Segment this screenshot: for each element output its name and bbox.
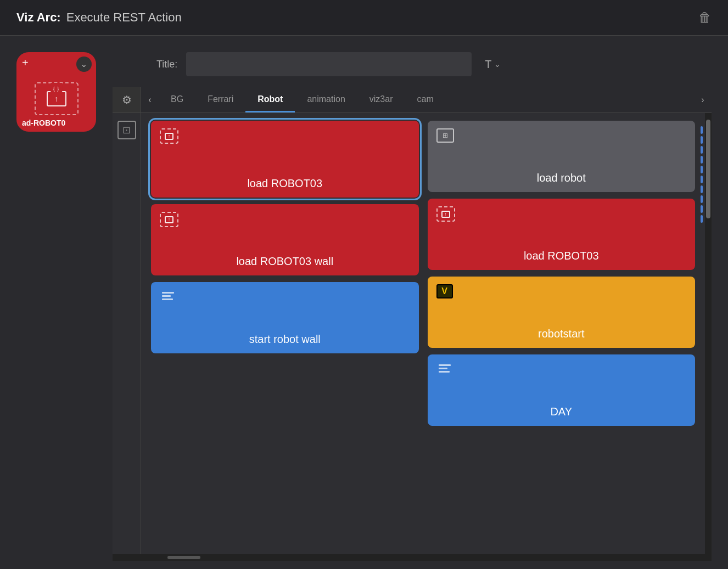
tile-label: start robot wall (160, 331, 410, 346)
v-badge-icon: V (436, 284, 453, 298)
app-icon[interactable]: + ⌄ ↑ { } ad-ROBOT0 (16, 52, 96, 132)
tiles-left-column: ↑ load ROBOT03 ↑ (147, 121, 423, 547)
expand-icon: ⊡ (122, 124, 131, 136)
app-icon-label: ad-ROBOT0 (22, 119, 65, 127)
app-header-title: Execute REST Action (66, 10, 182, 25)
tab-list: BG Ferrari Robot animation viz3ar cam (159, 88, 694, 112)
tab-nav-right[interactable]: › (694, 87, 712, 112)
tab-ferrari[interactable]: Ferrari (195, 88, 245, 112)
tiles-right-column: ⊞ load robot ↑ (423, 121, 700, 547)
tiles-grid: ↑ load ROBOT03 ↑ (141, 113, 705, 554)
tab-viz3ar[interactable]: viz3ar (357, 88, 405, 112)
tab-animation[interactable]: animation (295, 88, 357, 112)
tile-list-icon (160, 290, 180, 306)
app-brand: Viz Arc: (16, 10, 61, 25)
tile-robotstart[interactable]: V robotstart (428, 277, 696, 348)
tile-label: load robot (436, 170, 687, 184)
right-panel: Title: T ⌄ ⚙ ‹ BG Ferrari Robot animatio… (113, 52, 712, 561)
tile-expand-icon: ⊞ (436, 128, 456, 145)
vertical-scrollbar[interactable] (705, 113, 712, 554)
gear-button[interactable]: ⚙ (113, 87, 141, 112)
tile-day[interactable]: DAY (428, 354, 696, 426)
tab-nav-left[interactable]: ‹ (141, 87, 159, 112)
chevron-down-icon: ⌄ (494, 60, 501, 69)
expand-button[interactable]: ⊡ (117, 121, 136, 139)
content-area: ⊡ ↑ loa (113, 113, 712, 554)
chevron-left-icon: ‹ (148, 95, 151, 105)
tile-load-robot[interactable]: ⊞ load robot (428, 121, 696, 192)
tile-load-robot03-wall[interactable]: ↑ load ROBOT03 wall (151, 204, 419, 275)
tile-upload-icon: ↑ (160, 212, 180, 228)
tab-cam[interactable]: cam (405, 88, 446, 112)
right-edge-dashes (701, 126, 703, 223)
main-content: + ⌄ ↑ { } ad-ROBOT0 Title: T ⌄ (0, 36, 728, 561)
delete-button[interactable]: 🗑 (698, 10, 712, 25)
header-left: Viz Arc: Execute REST Action (16, 10, 182, 25)
title-input[interactable] (186, 52, 472, 76)
horizontal-scrollbar[interactable] (113, 554, 712, 561)
title-label: Title: (156, 59, 177, 70)
plus-icon[interactable]: + (22, 57, 29, 69)
tab-bar: ⚙ ‹ BG Ferrari Robot animation viz3ar ca… (113, 87, 712, 113)
tile-label: DAY (436, 403, 687, 418)
content-left-controls: ⊡ (113, 113, 141, 554)
scroll-thumb[interactable] (706, 120, 710, 218)
tile-list-icon (436, 362, 456, 379)
tab-bg[interactable]: BG (159, 88, 195, 112)
app-header: Viz Arc: Execute REST Action 🗑 (0, 0, 728, 35)
tab-robot[interactable]: Robot (245, 88, 295, 112)
tile-start-robot-wall[interactable]: start robot wall (151, 282, 419, 353)
gear-icon: ⚙ (122, 93, 132, 106)
chevron-icon[interactable]: ⌄ (76, 57, 92, 72)
horizontal-scroll-thumb[interactable] (167, 556, 200, 559)
tile-load-robot03-left[interactable]: ↑ load ROBOT03 (151, 121, 419, 198)
tile-label: load ROBOT03 (160, 175, 410, 190)
tile-label: load ROBOT03 wall (160, 253, 410, 268)
chevron-right-icon: › (701, 95, 704, 105)
title-row: Title: T ⌄ (113, 52, 712, 76)
tile-upload-icon: ↑ (160, 128, 180, 145)
tile-upload-icon: ↑ (436, 206, 456, 223)
tile-load-robot03-right[interactable]: ↑ load ROBOT03 (428, 199, 696, 270)
title-type-button[interactable]: T ⌄ (480, 58, 505, 71)
type-icon: T (485, 58, 491, 71)
tile-label: load ROBOT03 (436, 247, 687, 262)
tile-label: robotstart (436, 325, 687, 340)
